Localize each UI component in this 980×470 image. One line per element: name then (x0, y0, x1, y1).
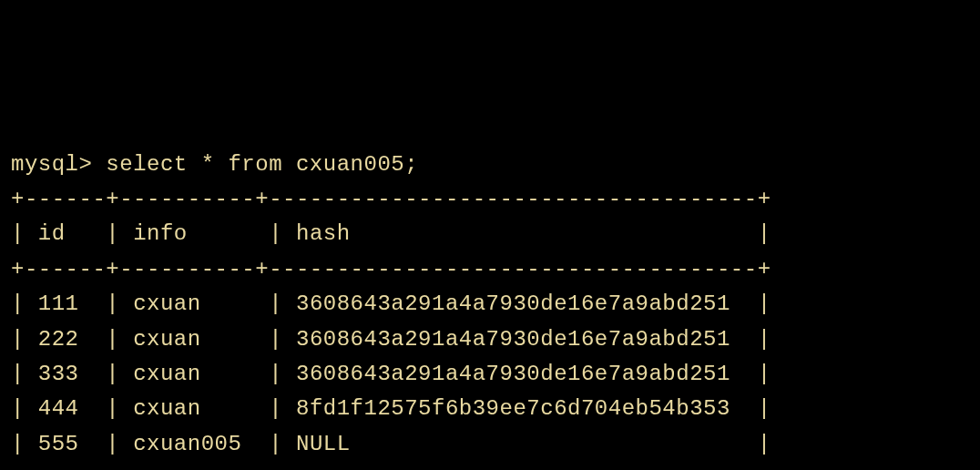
terminal-output: mysql> select * from cxuan005; +------+-… (11, 148, 969, 470)
prompt: mysql> select * from cxuan005; (11, 152, 418, 177)
col-header-info: info (133, 221, 269, 246)
table-row: | 444 | cxuan | 8fd1f12575f6b39ee7c6d704… (11, 396, 771, 421)
table-row: | 333 | cxuan | 3608643a291a4a7930de16e7… (11, 362, 771, 386)
table-border-bottom: +------+----------+---------------------… (11, 466, 771, 470)
table-border-mid: +------+----------+---------------------… (11, 257, 771, 281)
sql-query: select * from cxuan005; (106, 152, 418, 177)
table-border-top: +------+----------+---------------------… (11, 187, 771, 211)
table-row: | 555 | cxuan005 | NULL | (11, 432, 771, 456)
col-header-id: id (38, 221, 107, 246)
table-row: | 222 | cxuan | 3608643a291a4a7930de16e7… (11, 327, 771, 352)
col-header-hash: hash (296, 221, 758, 246)
table-header-row: | id | info | hash | (11, 221, 771, 246)
table-row: | 111 | cxuan | 3608643a291a4a7930de16e7… (11, 291, 771, 316)
